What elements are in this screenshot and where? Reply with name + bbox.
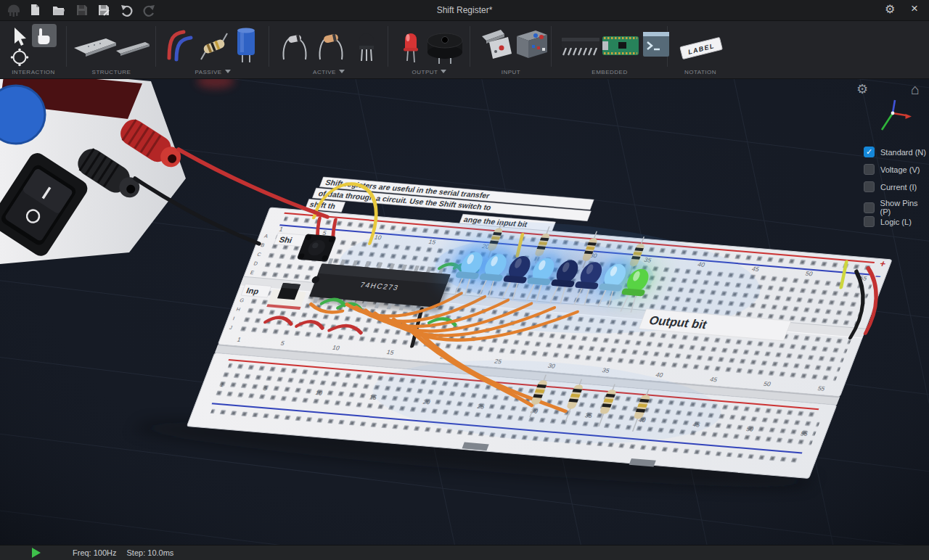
input-switch-label[interactable]: Inp <box>241 284 271 298</box>
titlebar: Shift Register* ⚙ × <box>0 0 929 21</box>
toolbar-group-passive: PASSIVE <box>156 20 269 78</box>
power-diode-icon[interactable] <box>316 29 348 61</box>
chevron-down-icon <box>339 70 345 73</box>
toolbar-group-interaction: INTERACTION <box>0 20 67 78</box>
settings-gear-icon[interactable]: ⚙ <box>885 4 895 15</box>
diode-icon[interactable] <box>279 29 311 61</box>
sim-frequency: Freq: 100Hz <box>73 548 117 557</box>
capacitor-icon[interactable] <box>232 25 261 64</box>
buzzer-icon[interactable] <box>425 29 467 65</box>
power-supply-icon[interactable] <box>514 26 550 61</box>
transistor-icon[interactable] <box>352 28 381 62</box>
play-button-icon[interactable] <box>32 548 41 558</box>
resistor-icon[interactable] <box>198 26 230 62</box>
checkbox-icon[interactable] <box>864 202 875 213</box>
ic-chip-icon[interactable] <box>557 32 602 58</box>
checkbox-icon[interactable] <box>864 181 875 192</box>
chevron-down-icon <box>225 70 231 73</box>
axis-gizmo[interactable] <box>872 97 917 135</box>
checkbox-icon[interactable] <box>864 164 875 175</box>
statusbar: Freq: 100Hz Step: 10.0ms <box>0 545 929 560</box>
switch-icon[interactable] <box>479 28 514 61</box>
terminal-icon[interactable] <box>642 29 671 59</box>
cursor-tool-icon[interactable] <box>9 26 29 46</box>
group-label: EMBEDDED <box>592 69 627 75</box>
active-dropdown[interactable]: ACTIVE <box>269 69 388 75</box>
group-label: STRUCTURE <box>92 69 131 75</box>
orbit-tool-icon[interactable] <box>10 48 29 67</box>
axis-x-red <box>893 113 906 115</box>
axis-x-arrowhead <box>906 114 912 119</box>
scene-settings-gear-icon[interactable]: ⚙ <box>856 83 868 96</box>
checkbox-checked-icon[interactable]: ✓ <box>864 147 875 157</box>
axis-y-blue <box>893 100 895 113</box>
sim-step: Step: 10.0ms <box>127 548 174 557</box>
gizmo-center <box>891 112 895 115</box>
toolbar-group-input: INPUT <box>470 20 552 78</box>
toolbar-group-active: ACTIVE <box>269 20 388 78</box>
home-view-icon[interactable]: ⌂ <box>911 82 920 96</box>
close-window-icon[interactable]: × <box>911 2 918 15</box>
group-label: NOTATION <box>684 69 716 75</box>
toolbar-group-notation: LABEL NOTATION <box>668 20 733 78</box>
axis-z-green <box>882 113 893 130</box>
toolbar-group-output: OUTPUT <box>388 20 470 78</box>
hand-tool-icon[interactable] <box>32 24 57 47</box>
option-standard[interactable]: ✓ Standard (N) <box>864 147 926 157</box>
group-label: INTERACTION <box>12 69 55 75</box>
passive-dropdown[interactable]: PASSIVE <box>156 69 269 75</box>
wire-icon[interactable] <box>163 25 195 62</box>
led-icon[interactable] <box>398 23 423 64</box>
breadboard-icon[interactable] <box>73 35 118 58</box>
toolbar-group-structure: STRUCTURE <box>67 20 156 78</box>
chevron-down-icon <box>441 70 446 73</box>
app-window: Shift registers are useful in the serial… <box>0 0 929 560</box>
component-toolbar: INTERACTION STRUCTURE <box>0 20 929 79</box>
option-voltage[interactable]: Voltage (V) <box>864 164 920 175</box>
checkbox-icon[interactable] <box>864 216 875 227</box>
group-label: INPUT <box>502 69 521 75</box>
window-title: Shift Register* <box>0 0 929 20</box>
microcontroller-icon[interactable] <box>601 30 640 59</box>
output-dropdown[interactable]: OUTPUT <box>388 69 470 75</box>
3d-viewport[interactable]: Shift registers are useful in the serial… <box>0 0 929 560</box>
option-current[interactable]: Current (I) <box>864 181 917 192</box>
rail-icon[interactable] <box>115 39 152 57</box>
option-show-pins[interactable]: Show Pins (P) <box>864 199 929 216</box>
toolbar-group-embedded: EMBEDDED <box>552 20 668 78</box>
option-logic[interactable]: Logic (L) <box>864 216 912 227</box>
label-icon[interactable]: LABEL <box>674 30 729 62</box>
